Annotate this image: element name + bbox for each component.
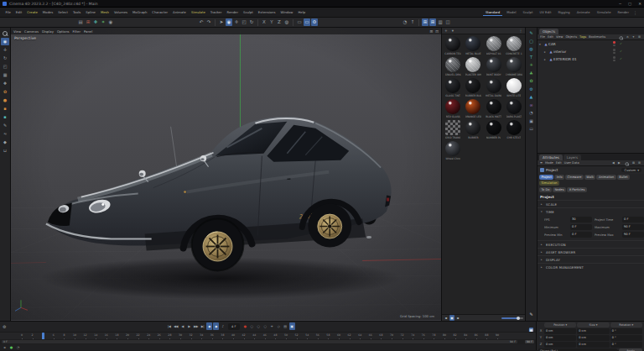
material-item[interactable]: CARBON TEX <box>443 35 463 56</box>
menu-file[interactable]: File <box>3 9 13 15</box>
array-icon[interactable]: ♣ <box>527 70 536 76</box>
list-view-icon[interactable]: ▪ <box>444 315 449 321</box>
objects-menu-view[interactable]: View <box>556 35 564 39</box>
preset-dropdown[interactable]: Custom ▾ <box>621 168 641 172</box>
menu-create[interactable]: Create <box>25 9 40 15</box>
layout-tab-uv-edit[interactable]: UV Edit <box>537 9 553 15</box>
material-item[interactable]: CHROME DRK <box>504 56 524 77</box>
close-button[interactable]: ✕ <box>638 2 641 6</box>
dropdown-icon[interactable]: ▾ <box>450 28 455 34</box>
popout-icon[interactable]: ⊞ <box>637 160 641 165</box>
viewport-toggle-icon[interactable]: ⊡ <box>435 29 439 34</box>
menu-sculpt[interactable]: Sculpt <box>241 9 255 15</box>
camera-icon[interactable]: ▣ <box>527 118 536 124</box>
up-icon[interactable]: ↑ <box>409 18 416 26</box>
record-rotation-icon[interactable]: ○ <box>262 322 268 330</box>
landscape-icon[interactable]: ▲ <box>527 93 536 100</box>
viewport-solo-icon[interactable]: ▦ <box>1 71 9 79</box>
live-selection-icon[interactable]: ◉ <box>1 38 9 45</box>
layout-tab-standard[interactable]: Standard <box>483 9 502 16</box>
menu-mograph[interactable]: MoGraph <box>131 9 149 15</box>
magnet-icon[interactable]: ◆ <box>1 139 9 146</box>
viewport-menu-filter[interactable]: Filter <box>73 29 80 34</box>
enabled-check-icon[interactable]: ✓ <box>620 42 622 45</box>
section-time[interactable]: ▾Time <box>538 207 644 215</box>
cube-icon[interactable]: ▢ <box>527 38 536 45</box>
current-frame-field[interactable]: 4 F <box>228 323 240 330</box>
status-clock-icon[interactable]: ◔ <box>16 345 20 350</box>
material-item[interactable]: GLASS TINT <box>443 77 463 98</box>
menu-mesh[interactable]: Mesh <box>98 9 111 15</box>
sound-icon[interactable]: ♪ <box>220 322 226 330</box>
attributes-menu-mode[interactable]: Mode <box>545 161 553 165</box>
material-item[interactable]: NUMBER PL <box>484 119 504 140</box>
prev-key-icon[interactable]: ◀◀ <box>173 322 179 330</box>
material-item[interactable]: CHR STEXT <box>504 119 524 140</box>
display-icon[interactable]: ▭ <box>527 125 536 132</box>
status-ok-icon[interactable]: ● <box>9 345 13 350</box>
filter-icon[interactable]: ▾ <box>631 34 636 39</box>
material-item[interactable]: CONCRETE 1 <box>504 35 524 56</box>
scale-icon[interactable]: ◰ <box>1 63 9 71</box>
lock-x-icon[interactable]: X <box>261 18 267 26</box>
range-end-handle[interactable]: 90 F <box>525 340 534 343</box>
material-item[interactable]: GRID TRANS <box>443 119 463 140</box>
attr-tab-simulation[interactable]: Simulation <box>539 181 559 186</box>
record-scale-icon[interactable]: ○ <box>256 322 262 330</box>
quad-view-icon[interactable]: ⊞ <box>429 18 436 26</box>
layout-icon[interactable]: ▤ <box>77 18 84 26</box>
snap-icon[interactable]: ✦ <box>100 18 106 26</box>
field-icon[interactable]: ∞ <box>527 102 536 108</box>
menu-simulate[interactable]: Simulate <box>189 9 207 15</box>
timeline-window-icon[interactable]: ▣ <box>289 322 295 330</box>
viewport-menu-options[interactable]: Options <box>57 29 70 34</box>
visibility-dots[interactable] <box>613 49 615 54</box>
add-material-icon[interactable]: + <box>444 28 449 34</box>
material-item[interactable]: Wheel Chro <box>443 140 463 161</box>
material-item[interactable]: PLASTER WH <box>463 56 483 77</box>
overflow-icon[interactable]: ⋮ <box>518 28 523 34</box>
object-row-interior[interactable]: ▸▲interior✓ <box>538 48 644 55</box>
layout-tabs-menu-icon[interactable]: ⋮ <box>633 10 637 15</box>
menu-animate[interactable]: Animate <box>171 9 189 15</box>
history-icon[interactable]: ⊞ <box>85 18 91 26</box>
material-item[interactable]: RUBBER <box>463 119 483 140</box>
section-color-management[interactable]: ▸Color Management <box>538 263 644 270</box>
object-row-exterior-01[interactable]: ▸▲EXTERIOR 01✓ <box>538 55 644 63</box>
attr-tab-nodes[interactable]: Nodes <box>553 187 566 192</box>
axis-icon[interactable]: ✚ <box>92 18 99 26</box>
redo-icon[interactable]: ↷ <box>205 18 212 26</box>
deformer-icon[interactable]: ⚙ <box>527 86 536 92</box>
lock-z-icon[interactable]: Z <box>276 18 283 26</box>
tab-objects[interactable]: Objects <box>539 29 558 34</box>
viewport[interactable]: 240Z <box>11 28 442 321</box>
search-icon[interactable] <box>624 161 629 165</box>
menu-tools[interactable]: Tools <box>70 9 82 15</box>
autokey-icon[interactable]: ◆ <box>206 322 212 330</box>
material-item[interactable]: BLACK MATT <box>484 98 504 119</box>
material-item[interactable]: GRAVEL DRK <box>443 56 463 77</box>
coord-y-rotation[interactable]: 0 ° <box>610 335 642 341</box>
lock-y-icon[interactable]: Y <box>268 18 275 26</box>
section-asset-browser[interactable]: ▸Asset Browser <box>538 248 644 255</box>
status-square-icon[interactable]: ▪ <box>3 345 7 350</box>
layout-tab-sculpt[interactable]: Sculpt <box>521 9 536 15</box>
menu-extensions[interactable]: Extensions <box>256 9 278 15</box>
section-execution[interactable]: ▸Execution <box>538 240 644 248</box>
visibility-dots[interactable] <box>613 41 615 46</box>
tab-layers[interactable]: Layers <box>564 155 581 160</box>
small-view-icon[interactable]: ▪ <box>455 315 460 321</box>
field-minimum[interactable]: 0 F <box>570 224 592 230</box>
polygon-mode-icon[interactable]: ▪ <box>1 113 9 121</box>
symmetry-icon[interactable]: ✿ <box>527 77 536 84</box>
attr-tab-info[interactable]: Info <box>554 175 564 180</box>
home-icon[interactable]: ⌂ <box>626 34 630 39</box>
live-selection-icon[interactable]: ◉ <box>226 18 232 26</box>
viewport-menu-display[interactable]: Display <box>42 29 54 34</box>
coord-z-rotation[interactable]: 0 ° <box>610 342 642 348</box>
render-settings-icon[interactable]: ⚙ <box>311 18 318 26</box>
menu-volumes[interactable]: Volumes <box>112 9 129 15</box>
snap-icon[interactable]: ❖ <box>1 80 9 87</box>
back-icon[interactable]: ◀ <box>611 160 615 165</box>
layout-tab-animate[interactable]: Animate <box>574 9 593 15</box>
